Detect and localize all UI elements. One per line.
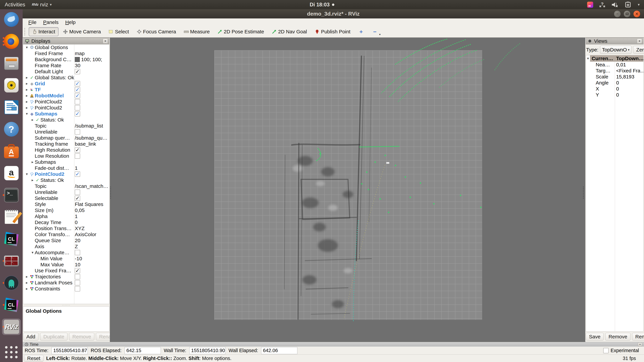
views-panel-header[interactable]: Views ✕ [586,38,644,44]
property-value[interactable] [75,105,108,111]
ros-elapsed-input[interactable]: 642.15 [124,347,161,354]
volume-muted-icon[interactable] [611,1,619,8]
checkbox[interactable] [75,153,80,159]
tool-2d-pose-estimate[interactable]: 2D Pose Estimate [214,27,267,36]
views-tree-row[interactable]: Scale15,8193 [586,74,643,80]
expander-closed-icon[interactable]: ▸ [25,106,29,110]
wall-elapsed-input[interactable]: 642.06 [261,347,297,354]
displays-tree-row[interactable]: ▸Submaps [23,159,109,165]
property-value[interactable]: ✓ [75,93,108,99]
displays-tree-row[interactable]: ▸Landmark Poses [23,280,109,286]
toolbar-drag-handle[interactable] [24,28,27,35]
displays-tree-row[interactable]: ▸✓Status: Ok [23,177,109,183]
dock-item-rhythmbox[interactable] [2,77,21,93]
dock-item-clion-2[interactable]: CL [2,297,21,313]
displays-tree-row[interactable]: Default Light✓ [23,68,109,75]
clock[interactable]: Di 18:03 [310,2,334,8]
view-property-value[interactable]: <Fixed Fra… [615,68,643,74]
battery-icon[interactable] [624,1,632,8]
network-question-icon[interactable]: ? [599,1,606,8]
property-value[interactable]: /submap_qu… [75,135,108,141]
displays-tree-row[interactable]: Fixed Framemap [23,50,109,56]
expander-closed-icon[interactable]: ▸ [25,275,29,279]
displays-tree-row[interactable]: Topic/scan_match… [23,183,109,189]
expander-closed-icon[interactable]: ▸ [25,75,29,80]
views-tree-row[interactable]: Y0 [586,92,643,98]
tool-move-camera[interactable]: Move Camera [60,27,104,36]
displays-tree-row[interactable]: StyleFlat Squares [23,201,109,207]
dock-item-rviz[interactable]: RViz [2,319,21,335]
displays-tree-row[interactable]: Low Resolution [23,153,109,159]
property-value[interactable]: ✓ [75,68,108,75]
displays-panel-header[interactable]: Displays ✕ [23,38,109,44]
displays-tree-row[interactable]: ▾◆Submaps✓ [23,111,109,117]
displays-tree-row[interactable]: ▸✓Global Status: Ok [23,75,109,81]
remove-tool-button[interactable]: −▾ [368,28,381,35]
time-panel-header[interactable]: Time ✕ [23,342,644,347]
app-menu[interactable]: RViz rviz ▾ [32,2,52,8]
reset-button[interactable]: Reset [24,355,44,362]
displays-tree-row[interactable]: Submap quer…/submap_qu… [23,135,109,141]
property-value[interactable]: Z [75,244,108,250]
expander-closed-icon[interactable]: ▸ [25,99,29,104]
maximize-button[interactable] [624,10,630,17]
displays-tree-row[interactable]: ▸TF✓ [23,87,109,93]
dock-item-text-editor[interactable] [2,209,21,225]
expander-closed-icon[interactable]: ▸ [30,160,35,164]
views-tree-row[interactable]: Targ…<Fixed Fra… [586,68,643,74]
displays-tree-row[interactable]: ▸Constraints [23,286,109,292]
expander-open-icon[interactable]: ▾ [25,172,29,176]
property-value[interactable]: 1 [75,213,108,219]
tool-publish-point[interactable]: Publish Point [311,27,354,36]
displays-tree-row[interactable]: Alpha1 [23,213,109,219]
expander-open-icon[interactable]: ▾ [25,112,29,116]
system-chevron-down-icon[interactable]: ▾ [638,2,640,7]
displays-tree-row[interactable]: AxisZ [23,244,109,250]
property-value[interactable]: 0,05 [75,207,108,213]
displays-tree-row[interactable]: ▸Trajectories [23,274,109,280]
toolbox-app-icon[interactable] [587,2,593,8]
displays-tree-row[interactable]: Frame Rate30 [23,62,109,68]
displays-tree-row[interactable]: ▾Autocompute… [23,250,109,256]
displays-tree-row[interactable]: ▸◈Grid✓ [23,81,109,87]
expander-open-icon[interactable]: ▾ [25,45,29,50]
property-value[interactable]: 20 [75,238,108,244]
views-save-button[interactable]: Save [586,333,604,341]
views-tree-row[interactable]: Angle0 [586,80,643,86]
remove-button[interactable]: Remove [69,333,94,341]
checkbox[interactable] [75,190,80,195]
property-value[interactable]: XYZ [75,225,108,231]
property-value[interactable]: ✓ [75,87,108,93]
displays-tree-row[interactable]: Topic/submap_list [23,123,109,129]
view-property-value[interactable]: 15,8193 [615,74,643,80]
property-value[interactable]: 0 [75,219,108,225]
property-value[interactable]: base_link [75,141,108,147]
property-value[interactable] [75,274,108,280]
zero-button[interactable]: Zero [633,46,644,54]
view-type-combobox[interactable]: TopDownO ▾ [600,46,631,54]
property-value[interactable]: -10 [75,256,108,262]
property-value[interactable] [75,286,108,292]
views-tree-row[interactable]: Nea…0,01 [586,62,643,68]
ros-time-input[interactable]: 1551805410.87 [52,347,88,354]
add-tool-button[interactable]: + [355,28,368,35]
property-value[interactable]: Flat Squares [75,201,108,207]
tool-focus-camera[interactable]: Focus Camera [133,27,180,36]
property-value[interactable]: ✓ [75,81,108,87]
color-swatch[interactable] [75,57,80,62]
property-value[interactable]: 1 [75,165,108,171]
property-value[interactable]: map [75,50,108,56]
property-value[interactable]: ✓ [75,195,108,201]
right-splitter-handle[interactable] [583,187,585,199]
checkbox[interactable]: ✓ [75,111,80,116]
dock-item-file-cabinet[interactable] [2,55,21,71]
property-value[interactable] [75,153,108,159]
tool-interact[interactable]: Interact [29,27,58,36]
views-close-icon[interactable]: ✕ [637,38,642,43]
displays-tree-row[interactable]: Queue Size20 [23,238,109,244]
property-value[interactable] [75,129,108,135]
experimental-checkbox[interactable] [603,348,608,353]
checkbox[interactable]: ✓ [75,93,80,98]
displays-tree-row[interactable]: Size (m)0,05 [23,207,109,213]
displays-tree-row[interactable]: ▸PointCloud2 [23,105,109,111]
